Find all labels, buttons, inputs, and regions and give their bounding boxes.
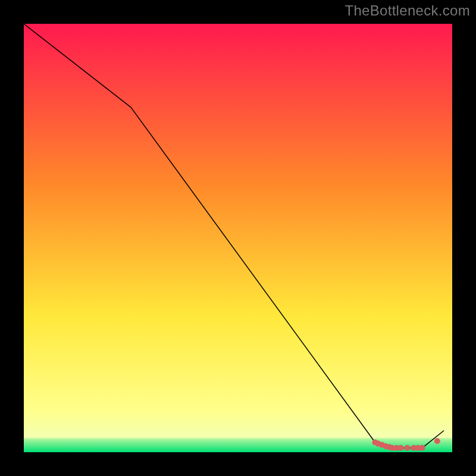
bottleneck-chart [24, 24, 452, 452]
highlight-point [404, 445, 410, 451]
chart-stage: TheBottleneck.com [0, 0, 476, 476]
chart-background [24, 24, 452, 452]
watermark-text: TheBottleneck.com [345, 2, 470, 19]
highlight-point [419, 445, 425, 451]
highlight-point [398, 445, 404, 451]
highlight-point [434, 438, 440, 444]
